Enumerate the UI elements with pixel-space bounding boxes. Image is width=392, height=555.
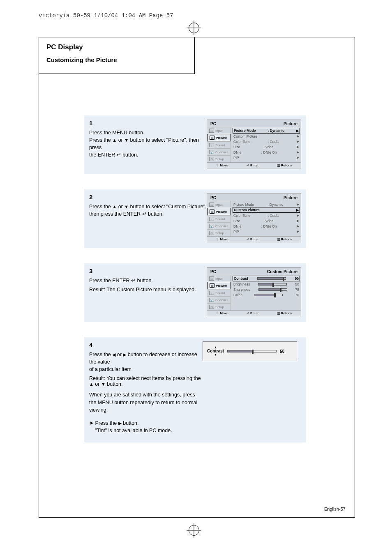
osd-row: Brightness50 <box>233 281 299 287</box>
step4-line2: of a particular item. <box>89 366 133 372</box>
sidebar-item-channel: 📡Channel <box>207 148 231 155</box>
document-page: PC Display Customizing the Picture 1 Pre… <box>39 37 355 518</box>
return-icon: ▥ <box>277 164 280 167</box>
sidebar-item-sound: ♪Sound <box>207 215 231 222</box>
osd-row: DNIe: DNIe On▶ <box>233 150 299 155</box>
step3-result: Result: The Custom Picture menu is displ… <box>89 287 207 292</box>
sidebar-item-channel: 📡Channel <box>207 222 231 229</box>
step-number: 4 <box>89 341 92 348</box>
step4-tail: When you are satisfied with the settings… <box>89 391 203 413</box>
page-number: English-57 <box>324 507 346 511</box>
step1-line3b: button. <box>121 152 138 158</box>
step2-line1b: or <box>117 204 124 210</box>
osd-row: Picture Mode: Dynamic▶ <box>233 128 300 134</box>
osd-row: Size: Wide▶ <box>233 144 299 150</box>
step-number: 3 <box>89 267 92 274</box>
step4-note-a: Press the <box>95 420 118 426</box>
return-icon: ▥ <box>277 237 280 241</box>
down-arrow-icon: ▼ <box>101 382 106 387</box>
step1-line2b: or <box>117 137 124 143</box>
osd-sidebar: ▭Input ▭Picture ♪Sound 📡Channel ⚙Setup <box>207 127 231 162</box>
enter-icon: ↵ <box>117 152 121 158</box>
osd-section-label: Picture <box>284 196 297 200</box>
sidebar-item-sound: ♪Sound <box>207 289 231 296</box>
move-icon: ⇳ <box>216 164 219 167</box>
osd-row: PIP▶ <box>233 229 299 234</box>
step-2: 2 Press the ▲ or ▼ button to select "Cus… <box>84 189 306 248</box>
step-1: 1 Press the MENU button. Press the ▲ or … <box>84 115 306 174</box>
registration-mark <box>189 23 199 33</box>
step3-line1a: Press the ENTER <box>89 278 131 283</box>
osd-menu-3: PC Custom Picture ▭Input ▭Picture ♪Sound… <box>207 267 301 316</box>
osd-row: Color70 <box>233 292 299 297</box>
step4-note-c: "Tint" is not available in PC mode. <box>95 428 172 433</box>
sidebar-item-input: ▭Input <box>207 127 231 134</box>
step2-line2a: then press the ENTER <box>89 211 142 217</box>
osd-source-label: PC <box>210 122 216 126</box>
move-icon: ⇳ <box>216 237 219 241</box>
osd-row: Sharpness75 <box>233 287 299 292</box>
sidebar-item-setup: ⚙Setup <box>207 303 231 310</box>
osd-main: Contrast90 Brightness50 Sharpness75 Colo… <box>231 275 301 310</box>
step4-line1a: Press the <box>89 352 112 357</box>
step1-line2a: Press the <box>89 137 112 143</box>
down-arrow-icon: ▼ <box>124 204 129 209</box>
osd-row: Picture Mode: Dynamic▶ <box>233 202 299 207</box>
page-title: PC Display <box>46 43 187 51</box>
sidebar-item-channel: 📡Channel <box>207 296 231 303</box>
prepress-header: victoryia 50-59 1/10/04 1:04 AM Page 57 <box>39 12 173 19</box>
osd-footer: ⇳Move ↵Enter ▥Return <box>207 236 301 242</box>
enter-icon: ↵ <box>247 164 249 167</box>
step4-result-a: Result: You can select next items by pre… <box>89 375 201 381</box>
osd-footer: ⇳Move ↵Enter ▥Return <box>207 162 301 168</box>
enter-icon: ↵ <box>247 237 249 241</box>
osd-row: PIP▶ <box>233 155 299 160</box>
osd-row: Contrast90 <box>233 276 300 281</box>
step-3: 3 Press the ENTER ↵ button. Result: The … <box>84 263 306 322</box>
step4-note-b: button. <box>122 420 139 426</box>
page-subtitle: Customizing the Picture <box>46 56 187 63</box>
osd-source-label: PC <box>210 196 216 200</box>
osd-row: Color Tone: Cool1▶ <box>233 139 299 144</box>
osd-row: DNIe: DNIe On▶ <box>233 223 299 229</box>
osd-menu-2: PC Picture ▭Input ▭Picture ♪Sound 📡Chann… <box>207 193 301 242</box>
sidebar-item-picture: ▭Picture <box>207 134 231 141</box>
step-number: 2 <box>89 193 92 200</box>
return-icon: ▥ <box>277 311 280 315</box>
sidebar-item-picture: ▭Picture <box>207 208 231 215</box>
down-arrow-icon: ▼ <box>124 138 129 143</box>
osd-sidebar: ▭Input ▭Picture ♪Sound 📡Channel ⚙Setup <box>207 275 231 310</box>
step1-line3a: the ENTER <box>89 152 117 158</box>
sidebar-item-sound: ♪Sound <box>207 141 231 148</box>
enter-icon: ↵ <box>142 211 147 217</box>
note-icon: ➤ <box>89 420 95 426</box>
osd-footer: ⇳Move ↵Enter ▥Return <box>207 310 301 316</box>
osd-source-label: PC <box>210 269 216 274</box>
up-arrow-icon: ▲ <box>112 204 117 209</box>
osd-main: Picture Mode: Dynamic▶ Custom Picture▶ C… <box>231 127 301 162</box>
sidebar-item-picture: ▭Picture <box>207 282 231 289</box>
osd-row: Size: Wide▶ <box>233 218 299 223</box>
sidebar-item-input: ▭Input <box>207 201 231 208</box>
sidebar-item-input: ▭Input <box>207 275 231 282</box>
step3-line1b: button. <box>136 278 153 283</box>
title-box: PC Display Customizing the Picture <box>39 37 195 74</box>
osd-main: Picture Mode: Dynamic▶ Custom Picture▶ C… <box>231 201 301 236</box>
move-icon: ⇳ <box>216 311 219 315</box>
contrast-value: 50 <box>280 349 284 354</box>
osd-row: Custom Picture▶ <box>233 134 299 139</box>
step2-line1c: button to select "Custom Picture", <box>129 204 207 210</box>
osd-menu-1: PC Picture ▭Input ▭Picture ♪Sound 📡Chann… <box>207 120 301 168</box>
right-arrow-icon: ▶ <box>118 421 122 426</box>
osd-row: Color Tone: Cool1▶ <box>233 213 299 218</box>
osd-section-label: Custom Picture <box>267 269 297 274</box>
osd-sidebar: ▭Input ▭Picture ♪Sound 📡Channel ⚙Setup <box>207 201 231 236</box>
step-4: 4 Press the ◀ or ▶ button to decrease or… <box>84 337 306 442</box>
enter-icon: ↵ <box>247 311 249 315</box>
step2-line1a: Press the <box>89 204 112 210</box>
step4-result-b: or <box>94 381 101 387</box>
osd-section-label: Picture <box>284 122 297 126</box>
step4-line1b: or <box>115 352 123 357</box>
step-number: 1 <box>89 120 92 127</box>
sidebar-item-setup: ⚙Setup <box>207 155 231 162</box>
